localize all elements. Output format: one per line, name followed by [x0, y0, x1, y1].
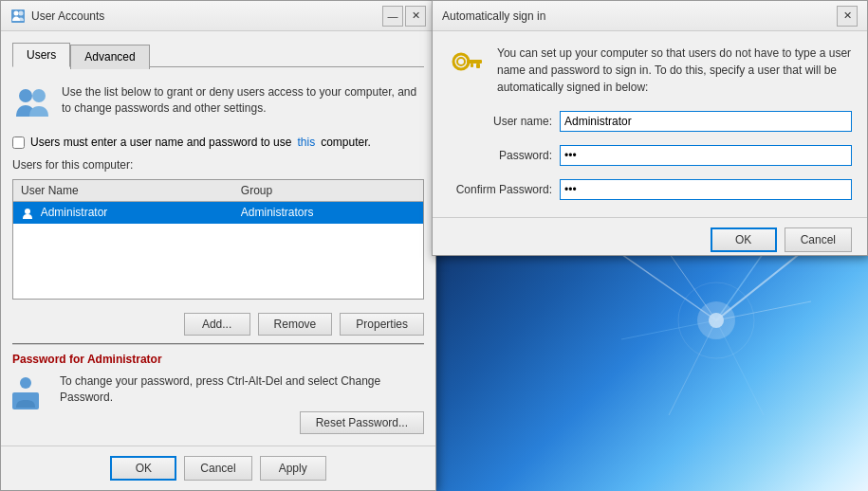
confirm-password-field-row: Confirm Password:: [448, 179, 852, 200]
svg-point-9: [697, 301, 735, 339]
user-name-cell: Administrator: [13, 202, 233, 224]
svg-point-14: [19, 89, 32, 102]
svg-point-15: [32, 89, 46, 102]
user-accounts-footer: OK Cancel Apply: [1, 446, 435, 490]
password-label: Password:: [448, 149, 552, 162]
user-accounts-titlebar: User Accounts — ✕: [1, 1, 435, 31]
col-header-group: Group: [233, 180, 423, 202]
users-table: User Name Group Administrator Ad: [13, 180, 423, 224]
reset-password-button[interactable]: Reset Password...: [300, 411, 424, 434]
svg-point-20: [457, 58, 465, 65]
tab-advanced[interactable]: Advanced: [70, 45, 149, 69]
auto-signin-close-button[interactable]: ✕: [837, 6, 858, 27]
user-accounts-title-text: User Accounts: [31, 9, 104, 23]
auto-signin-titlebar-buttons: ✕: [837, 6, 858, 27]
info-section: Use the list below to grant or deny user…: [12, 79, 424, 128]
col-header-username: User Name: [13, 180, 233, 202]
close-button[interactable]: ✕: [405, 6, 426, 27]
user-accounts-dialog: User Accounts — ✕ Users Advanced: [0, 0, 436, 491]
auto-signin-footer: OK Cancel: [433, 217, 867, 262]
username-field-row: User name:: [448, 111, 852, 132]
tab-bar: Users Advanced: [12, 43, 424, 67]
confirm-password-input[interactable]: [560, 179, 852, 200]
svg-point-13: [19, 10, 24, 15]
password-icon: [12, 373, 50, 411]
users-table-container: User Name Group Administrator Ad: [12, 179, 424, 300]
password-content: To change your password, press Ctrl-Alt-…: [12, 373, 424, 434]
auto-signin-title-text: Automatically sign in: [442, 9, 545, 23]
titlebar-buttons: — ✕: [382, 6, 426, 27]
password-section: Password for Administrator To change you…: [12, 343, 424, 434]
password-text: To change your password, press Ctrl-Alt-…: [60, 373, 424, 406]
users-for-computer-label: Users for this computer:: [12, 158, 424, 172]
auto-signin-icon: [448, 45, 486, 82]
password-section-title: Password for Administrator: [12, 353, 424, 366]
apply-button[interactable]: Apply: [260, 456, 326, 481]
cancel-button[interactable]: Cancel: [184, 456, 251, 481]
require-password-checkbox[interactable]: [12, 136, 25, 149]
checkbox-this-link[interactable]: this: [297, 136, 315, 149]
svg-rect-23: [471, 64, 473, 67]
group-cell: Administrators: [233, 202, 423, 224]
username-input[interactable]: [560, 111, 852, 132]
properties-button[interactable]: Properties: [340, 313, 424, 336]
auto-signin-info-text: You can set up your computer so that use…: [497, 45, 852, 96]
users-info-icon: [12, 84, 50, 122]
checkbox-row: Users must enter a user name and passwor…: [12, 136, 424, 149]
auto-signin-dialog: Automatically sign in ✕ You can set up y…: [432, 0, 868, 256]
svg-point-19: [453, 54, 469, 69]
info-text: Use the list below to grant or deny user…: [62, 84, 424, 117]
user-accounts-icon: [10, 9, 26, 24]
user-row-icon: [21, 207, 34, 220]
add-button[interactable]: Add...: [184, 313, 250, 336]
checkbox-label-before: Users must enter a user name and passwor…: [30, 136, 291, 149]
auto-signin-ok-button[interactable]: OK: [711, 227, 777, 252]
tab-users[interactable]: Users: [12, 43, 70, 67]
user-accounts-title-group: User Accounts: [10, 9, 104, 24]
auto-signin-title-group: Automatically sign in: [442, 9, 545, 23]
svg-rect-22: [476, 64, 480, 68]
ok-button[interactable]: OK: [110, 456, 176, 481]
svg-point-12: [14, 10, 19, 15]
auto-signin-content: You can set up your computer so that use…: [433, 31, 867, 217]
confirm-password-label: Confirm Password:: [448, 183, 552, 196]
table-buttons: Add... Remove Properties: [12, 313, 424, 336]
remove-button[interactable]: Remove: [258, 313, 333, 336]
table-row[interactable]: Administrator Administrators: [13, 202, 423, 224]
username-label: User name:: [448, 115, 552, 128]
password-field-row: Password:: [448, 145, 852, 166]
svg-point-16: [25, 209, 30, 214]
checkbox-label-after: computer.: [321, 136, 371, 149]
auto-signin-info: You can set up your computer so that use…: [448, 45, 852, 96]
svg-point-17: [20, 377, 31, 389]
user-accounts-content: Users Advanced Use the list below to gra…: [1, 31, 435, 446]
auto-signin-titlebar: Automatically sign in ✕: [433, 1, 867, 31]
password-input[interactable]: [560, 145, 852, 166]
reset-password-row: Reset Password...: [60, 411, 424, 434]
svg-rect-21: [467, 60, 482, 64]
minimize-button[interactable]: —: [382, 6, 403, 27]
auto-signin-cancel-button[interactable]: Cancel: [785, 227, 852, 252]
